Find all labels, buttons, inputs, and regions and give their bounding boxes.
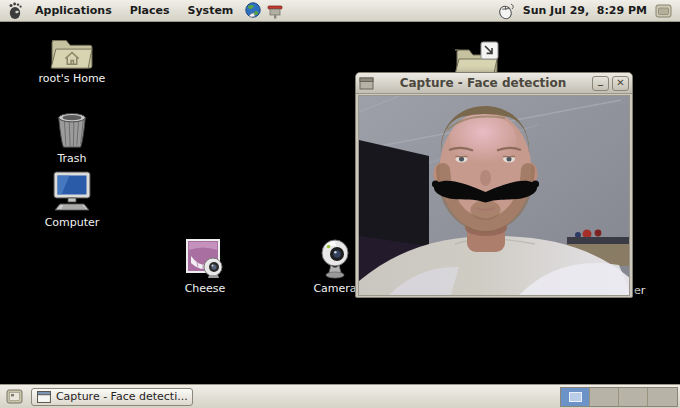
- icon-label: Trash: [57, 153, 86, 165]
- task-label: Capture - Face detecti...: [56, 390, 187, 403]
- tray-folder-icon[interactable]: [653, 1, 673, 21]
- panel-right-area: Sun Jul 29, 8:29 PM: [496, 1, 676, 21]
- desktop-icon-cheese[interactable]: Cheese: [165, 238, 245, 295]
- workspace-3[interactable]: [619, 388, 648, 406]
- workspace-4[interactable]: [648, 388, 677, 406]
- cheese-icon: [184, 238, 226, 280]
- tools-launcher-icon[interactable]: [265, 1, 285, 21]
- workspace-window-thumb: [569, 392, 582, 402]
- webcam-icon: [314, 238, 356, 280]
- window-title: Capture - Face detection: [377, 76, 589, 90]
- hidden-icon-partial-label: er: [634, 284, 645, 297]
- workspace-switcher[interactable]: [560, 387, 678, 407]
- mouse-icon[interactable]: [497, 1, 517, 21]
- webcam-scene: [359, 96, 630, 295]
- icon-label: Computer: [45, 217, 100, 229]
- show-desktop-button[interactable]: [2, 387, 26, 407]
- workspace-1[interactable]: [561, 388, 590, 406]
- close-button[interactable]: ✕: [612, 76, 629, 91]
- workspace-2[interactable]: [590, 388, 619, 406]
- home-folder-icon: [49, 32, 95, 70]
- top-panel: Applications Places System: [0, 0, 680, 22]
- titlebar[interactable]: Capture - Face detection _ ✕: [356, 73, 632, 94]
- gnome-foot-icon[interactable]: [5, 1, 25, 21]
- icon-label: root's Home: [39, 73, 106, 85]
- menu-system[interactable]: System: [179, 0, 243, 21]
- computer-icon: [48, 170, 96, 214]
- minimize-button[interactable]: _: [592, 76, 609, 91]
- capture-window[interactable]: Capture - Face detection _ ✕: [355, 72, 633, 298]
- panel-clock[interactable]: Sun Jul 29, 8:29 PM: [523, 4, 647, 17]
- icon-label: Cheese: [185, 283, 226, 295]
- bottom-taskbar: Capture - Face detecti...: [0, 384, 680, 408]
- menu-places[interactable]: Places: [121, 0, 179, 21]
- trash-icon: [54, 112, 90, 150]
- menu-applications[interactable]: Applications: [26, 0, 121, 21]
- desktop-icon-computer[interactable]: Computer: [32, 170, 112, 229]
- taskbar-task-button[interactable]: Capture - Face detecti...: [31, 388, 193, 406]
- desktop-icon-roots-home[interactable]: root's Home: [32, 32, 112, 85]
- window-icon: [359, 77, 374, 90]
- icon-label: Camera: [313, 283, 356, 295]
- web-browser-globe-icon[interactable]: [243, 1, 263, 21]
- desktop-icon-trash[interactable]: Trash: [32, 112, 112, 165]
- webcam-feed: [358, 95, 630, 296]
- task-window-icon: [37, 391, 51, 403]
- desktop-screen: Applications Places System: [0, 0, 680, 408]
